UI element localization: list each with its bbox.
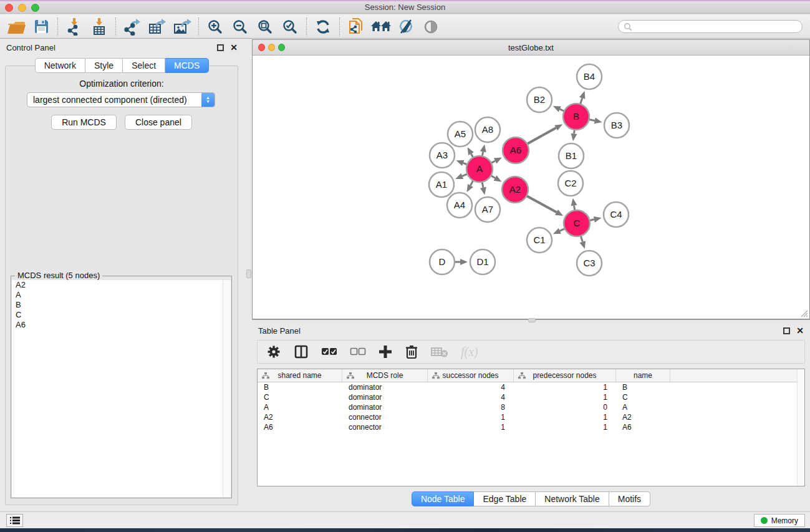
column-header-MCDS-role[interactable]: MCDS role [342,369,428,382]
mcds-result-box: MCDS result (5 nodes) A2ABCA6 [11,276,232,498]
cell: 4 [428,393,514,402]
mcds-panel: Optimization criterion: largest connecte… [5,65,238,505]
edge-C-C1[interactable] [560,229,565,231]
table-scrollbar[interactable] [797,369,804,486]
edge-B-B4[interactable] [581,98,582,104]
node-table[interactable]: shared nameMCDS rolesuccessor nodesprede… [257,369,805,486]
node-label-A4: A4 [454,200,465,210]
maximize-window-button[interactable] [31,4,39,12]
table-settings-button[interactable] [266,344,281,359]
window-titlebar: Session: New Session [0,0,810,14]
table-row[interactable]: Bdominator41B [258,382,804,392]
zoom-in-button[interactable] [203,17,228,37]
select-stepper-icon: ▲▼ [201,93,215,107]
table-row[interactable]: Cdominator41C [258,392,804,402]
close-panel-button[interactable]: Close panel [125,115,192,130]
homes-icon [370,19,392,34]
zoom-fit-button[interactable] [253,17,277,37]
status-bar: Memory [0,511,810,528]
search-input[interactable] [618,20,803,33]
delete-column-button[interactable] [405,344,418,359]
result-item[interactable]: A2 [12,280,231,290]
tab-style[interactable]: Style [85,58,123,73]
tab-node-table[interactable]: Node Table [412,491,475,506]
save-session-button[interactable] [29,17,54,37]
column-label: successor nodes [442,371,498,380]
minimize-window-button[interactable] [18,4,26,12]
mcds-result-list[interactable]: A2ABCA6 [12,280,231,497]
select-all-rows-button[interactable] [321,347,337,356]
zoom-selected-button[interactable] [277,17,302,37]
resize-grip-icon[interactable] [799,309,808,317]
deselect-all-rows-button[interactable] [350,347,366,356]
network-maximize-button[interactable] [278,44,285,51]
column-header-name[interactable]: name [616,369,670,382]
close-table-panel-icon[interactable]: ✕ [796,327,804,334]
run-mcds-button[interactable]: Run MCDS [51,115,117,130]
float-table-panel-icon[interactable] [783,327,790,334]
result-item[interactable]: B [12,300,231,310]
edge-A2-C[interactable] [526,196,556,212]
result-item[interactable]: A [12,290,231,300]
node-label-A1: A1 [436,179,447,190]
arrowhead-icon [480,145,486,153]
network-close-button[interactable] [258,44,265,51]
apply-layout-button[interactable] [311,17,335,37]
result-item[interactable]: A6 [12,320,231,330]
node-label-A8: A8 [482,124,493,135]
network-canvas[interactable]: B4B2BB3A5A8A6B1A3AC2A1A2A4A7C4CC1DD1C3 [253,56,809,319]
open-session-button[interactable] [4,17,29,37]
close-window-button[interactable] [5,4,13,12]
columns-icon [294,344,309,359]
import-table-button[interactable] [87,17,112,37]
panel-menu-button[interactable] [6,514,23,527]
column-header-successor-nodes[interactable]: successor nodes [428,369,514,382]
network-minimize-button[interactable] [268,44,275,51]
cell: C [258,393,342,402]
edge-C-C3[interactable] [581,236,582,242]
panel-divider-handle[interactable] [246,269,251,278]
tab-edge-table[interactable]: Edge Table [474,491,536,506]
close-panel-icon[interactable]: ✕ [230,44,238,51]
tab-network[interactable]: Network [35,58,85,73]
edge-A6-B[interactable] [527,128,556,144]
tab-motifs[interactable]: Motifs [609,491,650,506]
export-image-button[interactable] [170,17,195,37]
edge-B-B3[interactable] [589,119,595,120]
import-network-button[interactable] [62,17,87,37]
edge-A-A4[interactable] [470,180,473,185]
optimization-criterion-label: Optimization criterion: [6,79,238,89]
create-column-button[interactable] [378,345,392,359]
show-graphics-button[interactable] [418,17,443,37]
export-table-button[interactable] [145,17,170,37]
criterion-select[interactable]: largest connected component (directed) ▲… [27,92,215,107]
column-label: name [634,371,652,380]
node-label-B4: B4 [584,71,595,82]
edge-A-A7[interactable] [482,182,483,188]
node-label-A7: A7 [482,204,493,215]
export-network-button[interactable] [120,17,145,37]
tab-network-table[interactable]: Network Table [536,491,609,506]
table-row[interactable]: A6connector11A6 [258,422,804,432]
mcds-result-title: MCDS result (5 nodes) [15,271,102,280]
network-window-titlebar[interactable]: testGlobe.txt [253,40,809,56]
result-item[interactable]: C [12,310,231,320]
float-panel-icon[interactable] [217,44,224,51]
hide-details-button[interactable] [393,17,418,37]
column-options-button[interactable] [294,344,309,359]
first-neighbors-button[interactable] [369,17,393,37]
cell: 1 [428,423,514,432]
table-row[interactable]: A2connector11A2 [258,412,804,422]
column-header-shared-name[interactable]: shared name [258,369,342,382]
column-header-predecessor-nodes[interactable]: predecessor nodes [514,369,616,382]
edge-A-A1[interactable] [462,174,467,176]
clone-network-button[interactable] [344,17,369,37]
memory-button[interactable]: Memory [754,514,805,527]
tab-select[interactable]: Select [123,58,165,73]
delete-table-button [431,346,448,357]
zoom-out-button[interactable] [228,17,253,37]
network-view-window: testGlobe.txt B4B2BB3A5A8A6B1A3AC2A1A2A4… [252,39,810,319]
table-row[interactable]: Adominator80A [258,402,804,412]
result-scrollbar[interactable] [223,280,231,497]
tab-mcds[interactable]: MCDS [165,58,209,73]
